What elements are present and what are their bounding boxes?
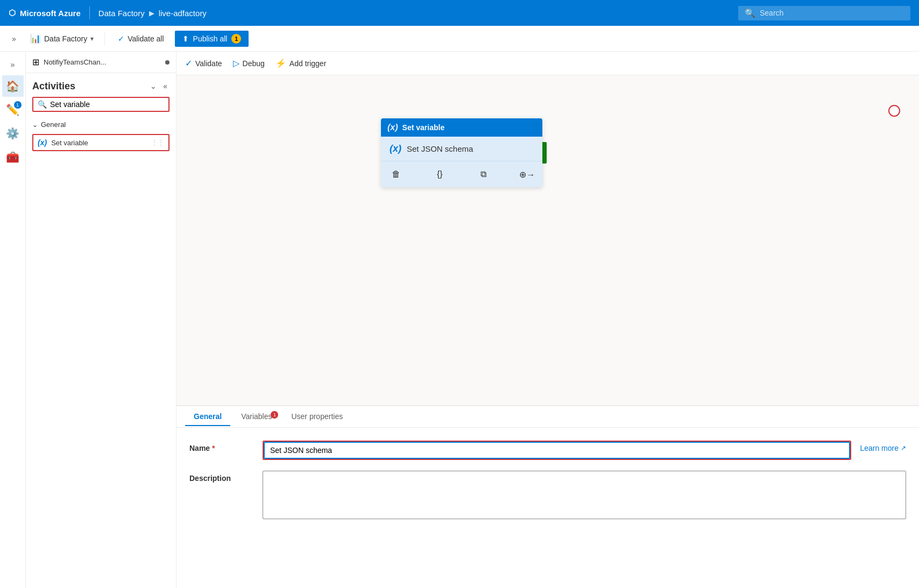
- pipeline-unsaved-dot: [165, 60, 169, 65]
- card-status-indicator: [542, 142, 547, 164]
- delete-icon: 🗑: [392, 169, 400, 179]
- tab-general-label: General: [194, 412, 222, 421]
- name-input-wrapper: [263, 441, 851, 460]
- icon-sidebar: » 🏠 ✏️ 1 ⚙️ 🧰: [0, 52, 26, 588]
- publish-badge: 1: [231, 34, 241, 44]
- search-input[interactable]: [760, 9, 904, 17]
- top-navbar: ⬡ Microsoft Azure Data Factory ▶ live-ad…: [0, 0, 919, 26]
- breadcrumb-item-0: Data Factory: [98, 9, 145, 18]
- canvas-validate-icon: ✓: [185, 58, 192, 68]
- validate-label: Validate all: [128, 34, 164, 43]
- canvas-debug-icon: ▷: [233, 58, 239, 68]
- activities-collapse-button[interactable]: ⌄: [148, 80, 159, 93]
- card-header-icon: (x): [387, 123, 398, 132]
- activities-title: Activities: [32, 81, 146, 92]
- activities-search-box[interactable]: 🔍: [32, 97, 169, 112]
- bottom-panel: General Variables 1 User properties Name…: [176, 405, 919, 588]
- set-variable-card[interactable]: (x) Set variable (x) Set JSON schema 🗑 {…: [381, 118, 542, 187]
- canvas-toolbar: ✓ Validate ▷ Debug ⚡ Add trigger: [176, 52, 919, 75]
- card-header-label: Set variable: [402, 123, 445, 132]
- card-delete-button[interactable]: 🗑: [387, 166, 405, 183]
- edit-badge: 1: [14, 101, 22, 109]
- main-toolbar: » 📊 Data Factory ▾ ✓ Validate all ⬆ Publ…: [0, 26, 919, 52]
- activities-collapse-all-button[interactable]: «: [161, 80, 169, 93]
- search-icon: 🔍: [745, 8, 755, 18]
- learn-more-label: Learn more: [860, 444, 899, 452]
- nav-divider: [89, 6, 90, 19]
- card-body-title: Set JSON schema: [407, 144, 473, 153]
- canvas-validate-label: Validate: [195, 59, 222, 68]
- learn-more-link[interactable]: Learn more ↗: [860, 441, 906, 452]
- canvas-area: ✓ Validate ▷ Debug ⚡ Add trigger (x) Set…: [176, 52, 919, 588]
- canvas-add-trigger-button[interactable]: ⚡ Add trigger: [275, 58, 326, 68]
- card-connect-button[interactable]: ⊕→: [519, 166, 536, 183]
- toolbar-expand-button[interactable]: »: [6, 31, 22, 46]
- name-input[interactable]: [265, 443, 849, 458]
- connector-circle: [888, 105, 900, 117]
- publish-label: Publish all: [193, 34, 228, 43]
- sidebar-manage-button[interactable]: 🧰: [2, 146, 24, 168]
- canvas-debug-button[interactable]: ▷ Debug: [233, 58, 265, 68]
- brand-label: ⬡ Microsoft Azure: [9, 8, 81, 18]
- toolbar-separator: [104, 32, 105, 45]
- publish-all-button[interactable]: ⬆ Publish all 1: [175, 31, 249, 47]
- pipeline-tab-name: NotifiyTeamsChan...: [44, 58, 106, 66]
- card-actions: 🗑 {} ⧉ ⊕→: [381, 161, 542, 187]
- dropdown-arrow-icon: ▾: [90, 35, 94, 42]
- description-textarea-wrapper: [263, 471, 906, 521]
- publish-icon: ⬆: [182, 34, 189, 43]
- home-icon: 🏠: [6, 80, 19, 93]
- sidebar-edit-button[interactable]: ✏️ 1: [2, 99, 24, 121]
- section-arrow-icon: ⌄: [32, 121, 38, 129]
- activities-general-section: ⌄ General (x) Set variable ⋮⋮: [26, 116, 176, 153]
- toolbox-icon: 🧰: [6, 151, 19, 164]
- activities-general-header[interactable]: ⌄ General: [32, 118, 169, 131]
- description-textarea[interactable]: [263, 471, 906, 519]
- breadcrumb-sep-icon: ▶: [149, 9, 154, 17]
- bottom-tabs: General Variables 1 User properties: [176, 406, 919, 428]
- canvas-add-trigger-label: Add trigger: [289, 59, 326, 68]
- azure-logo-icon: ⬡: [9, 8, 16, 18]
- data-factory-icon: 📊: [30, 33, 41, 44]
- card-body-icon: (x): [390, 143, 401, 154]
- description-label: Description: [189, 471, 254, 483]
- activities-panel: ⊞ NotifiyTeamsChan... Activities ⌄ « 🔍 ⌄…: [26, 52, 176, 588]
- tab-variables[interactable]: Variables 1: [232, 408, 280, 426]
- activities-search-icon: 🔍: [38, 100, 47, 109]
- activities-search-input[interactable]: [50, 100, 164, 109]
- set-variable-activity-item[interactable]: (x) Set variable ⋮⋮: [32, 134, 169, 151]
- monitor-icon: ⚙️: [6, 127, 19, 140]
- card-json-button[interactable]: {}: [431, 166, 448, 183]
- tab-general[interactable]: General: [185, 408, 230, 426]
- external-link-icon: ↗: [901, 444, 906, 452]
- canvas-trigger-icon: ⚡: [275, 58, 286, 68]
- main-layout: » 🏠 ✏️ 1 ⚙️ 🧰 ⊞ NotifiyTeamsChan... Acti…: [0, 52, 919, 588]
- tab-user-properties-label: User properties: [291, 412, 343, 421]
- canvas-validate-button[interactable]: ✓ Validate: [185, 58, 222, 68]
- bottom-form-content: Name * Learn more ↗ Descripti: [176, 428, 919, 545]
- validate-icon: ✓: [118, 34, 124, 43]
- data-factory-menu-item[interactable]: 📊 Data Factory ▾: [26, 31, 98, 46]
- sidebar-home-button[interactable]: 🏠: [2, 75, 24, 97]
- name-required-marker: *: [212, 444, 215, 452]
- brand-name: Microsoft Azure: [20, 9, 81, 18]
- pipeline-tab[interactable]: ⊞ NotifiyTeamsChan...: [26, 52, 176, 73]
- canvas-workspace[interactable]: (x) Set variable (x) Set JSON schema 🗑 {…: [176, 75, 919, 405]
- json-icon: {}: [437, 169, 443, 179]
- tab-user-properties[interactable]: User properties: [282, 408, 351, 426]
- search-bar[interactable]: 🔍: [738, 6, 910, 20]
- activities-header: Activities ⌄ «: [26, 73, 176, 97]
- sidebar-monitor-button[interactable]: ⚙️: [2, 123, 24, 144]
- drag-handle-icon: ⋮⋮: [151, 139, 164, 146]
- breadcrumb-item-1: live-adfactory: [159, 9, 207, 18]
- tab-variables-label: Variables: [241, 412, 272, 421]
- validate-all-button[interactable]: ✓ Validate all: [111, 32, 170, 45]
- copy-icon: ⧉: [480, 169, 486, 179]
- description-form-row: Description: [189, 471, 906, 521]
- pipeline-tab-icon: ⊞: [32, 57, 39, 67]
- card-copy-button[interactable]: ⧉: [475, 166, 492, 183]
- tab-variables-badge: 1: [271, 411, 278, 419]
- name-form-row: Name * Learn more ↗: [189, 441, 906, 460]
- sidebar-expand-button[interactable]: »: [6, 56, 19, 73]
- set-variable-label: Set variable: [51, 139, 147, 147]
